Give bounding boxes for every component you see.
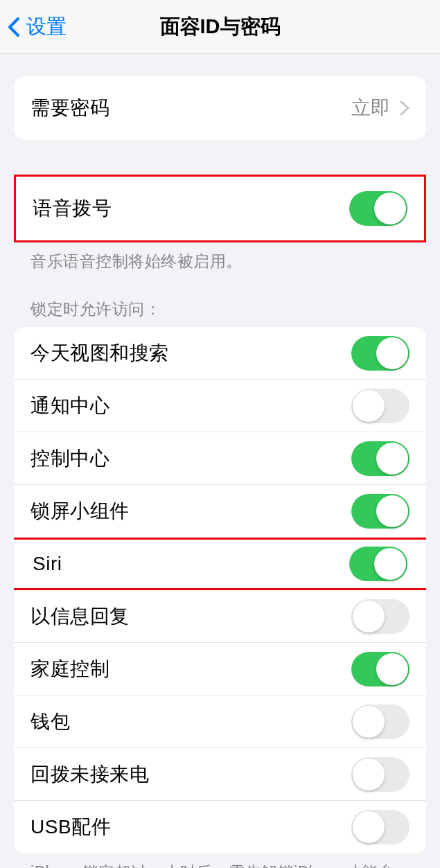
lock-access-row[interactable]: 家庭控制 — [14, 643, 426, 696]
content: 需要密码 立即 语音拨号 音乐语音控制将始终被启用。 锁定时允许访问： — [0, 76, 440, 868]
lock-access-row[interactable]: 今天视图和搜索 — [14, 327, 426, 380]
back-button[interactable]: 设置 — [0, 13, 67, 41]
toggle[interactable] — [351, 336, 410, 371]
toggle[interactable] — [351, 599, 410, 634]
voice-dial-row[interactable]: 语音拨号 — [16, 177, 424, 240]
row-label: 控制中心 — [30, 445, 109, 472]
row-label: Siri — [33, 553, 62, 575]
toggle[interactable] — [351, 494, 410, 529]
toggle[interactable] — [351, 705, 410, 739]
row-label: 回拨未接来电 — [30, 761, 149, 788]
card: 需要密码 立即 — [14, 76, 426, 140]
row-value-text: 立即 — [351, 95, 390, 121]
row-label: 今天视图和搜索 — [30, 340, 169, 366]
group-voice-dial: 语音拨号 音乐语音控制将始终被启用。 — [14, 175, 426, 272]
voice-dial-toggle[interactable] — [349, 191, 407, 226]
toggle-knob — [353, 811, 385, 843]
require-passcode-row[interactable]: 需要密码 立即 — [14, 76, 426, 140]
lock-access-row[interactable]: 以信息回复 — [14, 590, 426, 643]
toggle-knob — [353, 601, 385, 632]
toggle-knob — [376, 653, 408, 685]
card: 今天视图和搜索通知中心控制中心锁屏小组件Siri以信息回复家庭控制钱包回拨未接来… — [14, 327, 426, 853]
row-label: 钱包 — [30, 709, 70, 735]
toggle-knob — [376, 443, 408, 475]
toggle-knob — [353, 759, 385, 790]
back-label: 设置 — [26, 13, 67, 41]
voice-dial-footer: 音乐语音控制将始终被启用。 — [14, 242, 426, 272]
chevron-left-icon — [7, 17, 21, 37]
toggle-knob — [353, 390, 385, 422]
row-label: USB配件 — [30, 814, 111, 840]
group-lock-access: 锁定时允许访问： 今天视图和搜索通知中心控制中心锁屏小组件Siri以信息回复家庭… — [14, 299, 426, 868]
lock-access-row[interactable]: 通知中心 — [14, 380, 426, 432]
row-label: 需要密码 — [30, 95, 109, 121]
row-label: 语音拨号 — [33, 195, 112, 222]
toggle[interactable] — [351, 810, 410, 844]
row-label: 以信息回复 — [30, 603, 130, 630]
toggle[interactable] — [351, 757, 410, 792]
row-value: 立即 — [351, 95, 410, 121]
lock-access-row[interactable]: 控制中心 — [14, 432, 426, 485]
card-highlighted: 语音拨号 — [14, 175, 426, 242]
lock-access-row[interactable]: USB配件 — [14, 801, 426, 853]
toggle[interactable] — [351, 441, 410, 476]
toggle-knob — [376, 337, 408, 369]
lock-access-row[interactable]: Siri — [14, 538, 426, 590]
toggle-knob — [374, 548, 406, 580]
lock-access-row[interactable]: 锁屏小组件 — [14, 485, 426, 538]
row-label: 家庭控制 — [30, 656, 109, 682]
row-label: 锁屏小组件 — [30, 498, 130, 524]
group-require-passcode: 需要密码 立即 — [14, 76, 426, 140]
toggle-knob — [376, 495, 408, 527]
toggle[interactable] — [349, 547, 407, 581]
lock-access-row[interactable]: 钱包 — [14, 696, 426, 748]
lock-access-row[interactable]: 回拨未接来电 — [14, 748, 426, 801]
lock-access-header: 锁定时允许访问： — [14, 299, 426, 327]
toggle-knob — [353, 706, 385, 738]
nav-bar: 设置 面容ID与密码 — [0, 0, 440, 54]
lock-access-footer: iPhone锁定超过一小时后，需先解锁iPhone才能允许USB配件连接。 — [14, 853, 426, 868]
toggle[interactable] — [351, 652, 410, 687]
toggle-knob — [374, 193, 406, 224]
chevron-right-icon — [400, 100, 410, 116]
row-label: 通知中心 — [30, 393, 109, 419]
toggle[interactable] — [351, 389, 410, 423]
